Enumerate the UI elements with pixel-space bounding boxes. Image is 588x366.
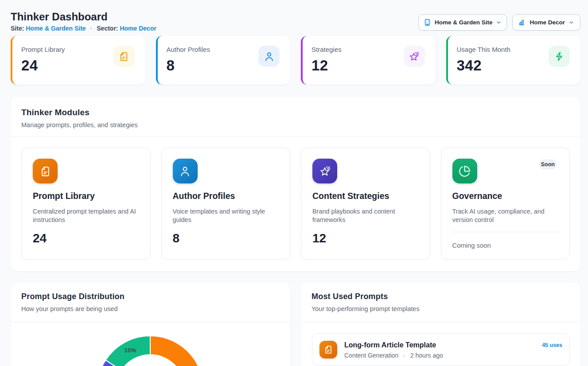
svg-text:15%: 15% bbox=[125, 347, 136, 354]
